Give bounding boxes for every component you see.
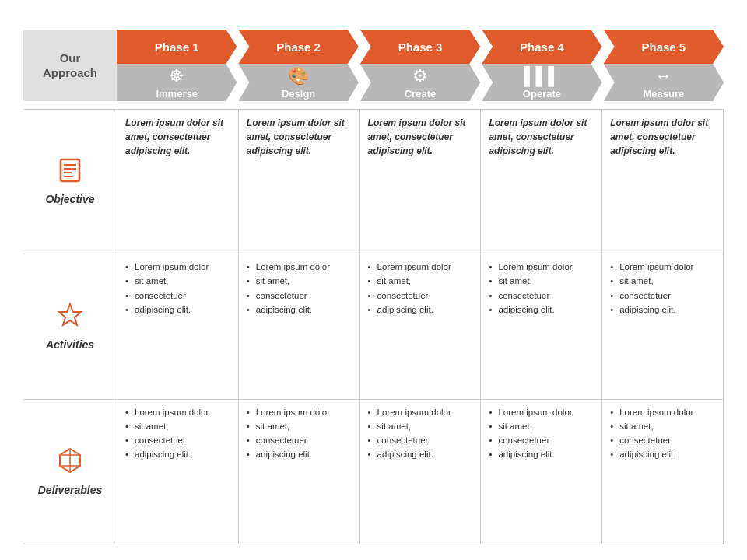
list-item: consectetuer — [125, 434, 230, 446]
phase-sublabel-1: Immerse — [156, 88, 197, 100]
phase-top-5: Phase 5 — [604, 30, 724, 64]
phase-arrow-1: Phase 1☸Immerse — [117, 30, 237, 101]
list-item: adipiscing elit. — [247, 448, 352, 460]
phase-top-1: Phase 1 — [117, 30, 237, 64]
phase-label-4: Phase 4 — [520, 40, 564, 54]
phase-sublabel-3: Create — [405, 88, 436, 100]
phase-top-4: Phase 4 — [482, 30, 601, 64]
data-row-activities: Lorem ipsum dolorsit amet,consectetuerad… — [117, 254, 724, 398]
bullet-list-deliverables-2: Lorem ipsum dolorsit amet,consectetuerad… — [247, 406, 352, 460]
list-item: Lorem ipsum dolor — [125, 261, 230, 273]
list-item: consectetuer — [610, 434, 715, 446]
cell-deliverables-4: Lorem ipsum dolorsit amet,consectetuerad… — [480, 400, 601, 544]
phase-icon-2: 🎨 — [288, 66, 309, 86]
row-icon-deliverables — [58, 447, 82, 479]
bullet-list-deliverables-4: Lorem ipsum dolorsit amet,consectetuerad… — [489, 406, 594, 460]
list-item: Lorem ipsum dolor — [247, 261, 352, 273]
cell-objective-5: Lorem ipsum dolor sit amet, consectetuer… — [601, 110, 724, 254]
phase-sublabel-4: Operate — [523, 88, 561, 100]
phase-label-1: Phase 1 — [155, 40, 199, 54]
list-item: adipiscing elit. — [125, 448, 230, 460]
list-item: consectetuer — [610, 289, 715, 302]
cell-activities-4: Lorem ipsum dolorsit amet,consectetuerad… — [480, 254, 601, 398]
list-item: sit amet, — [489, 420, 594, 432]
svg-rect-0 — [61, 159, 79, 181]
phases-row: Phase 1☸ImmersePhase 2🎨DesignPhase 3⚙Cre… — [117, 30, 724, 101]
list-item: adipiscing elit. — [489, 303, 594, 316]
data-cols: Lorem ipsum dolor sit amet, consectetuer… — [117, 109, 724, 544]
list-item: consectetuer — [247, 434, 352, 446]
list-item: sit amet, — [368, 420, 473, 432]
cell-activities-2: Lorem ipsum dolorsit amet,consectetuerad… — [238, 254, 359, 398]
bullet-list-activities-2: Lorem ipsum dolorsit amet,consectetuerad… — [247, 261, 352, 315]
bullet-list-deliverables-3: Lorem ipsum dolorsit amet,consectetuerad… — [368, 406, 473, 460]
phase-top-2: Phase 2 — [238, 30, 358, 64]
phase-label-2: Phase 2 — [276, 40, 321, 54]
row-label-col: Objective Activities Deliverables — [23, 109, 117, 544]
list-item: Lorem ipsum dolor — [125, 406, 230, 418]
cell-objective-3: Lorem ipsum dolor sit amet, consectetuer… — [359, 110, 481, 254]
data-row-deliverables: Lorem ipsum dolorsit amet,consectetuerad… — [117, 399, 724, 544]
phase-icon-5: ↔ — [655, 66, 672, 86]
page: OurApproach Phase 1☸ImmersePhase 2🎨Desig… — [0, 0, 747, 560]
bullet-list-activities-3: Lorem ipsum dolorsit amet,consectetuerad… — [368, 261, 473, 315]
phase-gray-5: ↔Measure — [604, 64, 724, 101]
row-icon-activities — [57, 302, 83, 334]
phase-arrow-2: Phase 2🎨Design — [238, 30, 358, 101]
cell-deliverables-5: Lorem ipsum dolorsit amet,consectetuerad… — [601, 400, 724, 544]
list-item: adipiscing elit. — [125, 303, 230, 316]
cell-objective-2: Lorem ipsum dolor sit amet, consectetuer… — [238, 110, 359, 254]
phase-gray-3: ⚙Create — [360, 64, 480, 101]
phase-gray-1: ☸Immerse — [117, 64, 237, 101]
list-item: adipiscing elit. — [368, 303, 473, 316]
phase-top-3: Phase 3 — [360, 30, 480, 64]
phase-arrow-4: Phase 4▌▌▌Operate — [482, 30, 601, 101]
list-item: Lorem ipsum dolor — [610, 406, 715, 418]
phases-wrapper: OurApproach Phase 1☸ImmersePhase 2🎨Desig… — [23, 30, 724, 101]
bullet-list-deliverables-1: Lorem ipsum dolorsit amet,consectetuerad… — [125, 406, 230, 460]
cell-activities-3: Lorem ipsum dolorsit amet,consectetuerad… — [359, 254, 481, 398]
list-item: Lorem ipsum dolor — [489, 261, 594, 273]
content-table: Objective Activities Deliverables Lorem … — [23, 109, 724, 544]
list-item: sit amet, — [247, 420, 352, 432]
phase-icon-1: ☸ — [169, 66, 184, 86]
list-item: Lorem ipsum dolor — [247, 406, 352, 418]
bullet-list-activities-1: Lorem ipsum dolorsit amet,consectetuerad… — [125, 261, 230, 315]
row-icon-objective — [58, 158, 82, 188]
list-item: sit amet, — [125, 275, 230, 287]
row-label-text-deliverables: Deliverables — [38, 484, 103, 496]
phase-gray-4: ▌▌▌Operate — [482, 64, 601, 101]
list-item: adipiscing elit. — [368, 448, 473, 460]
cell-activities-1: Lorem ipsum dolorsit amet,consectetuerad… — [117, 254, 238, 398]
list-item: adipiscing elit. — [610, 448, 715, 460]
list-item: sit amet, — [247, 275, 352, 287]
row-label-activities: Activities — [23, 254, 117, 398]
list-item: Lorem ipsum dolor — [610, 261, 715, 273]
phase-arrow-3: Phase 3⚙Create — [360, 30, 480, 101]
phase-icon-3: ⚙ — [412, 66, 428, 86]
list-item: Lorem ipsum dolor — [368, 406, 473, 418]
list-item: consectetuer — [368, 289, 473, 302]
data-row-objective: Lorem ipsum dolor sit amet, consectetuer… — [117, 109, 724, 254]
list-item: sit amet, — [489, 275, 594, 287]
cell-activities-5: Lorem ipsum dolorsit amet,consectetuerad… — [601, 254, 724, 398]
cell-deliverables-1: Lorem ipsum dolorsit amet,consectetuerad… — [117, 400, 238, 544]
list-item: adipiscing elit. — [247, 303, 352, 316]
row-label-objective: Objective — [23, 109, 117, 254]
bullet-list-activities-4: Lorem ipsum dolorsit amet,consectetuerad… — [489, 261, 594, 315]
bullet-list-deliverables-5: Lorem ipsum dolorsit amet,consectetuerad… — [610, 406, 715, 460]
list-item: consectetuer — [125, 289, 230, 302]
approach-label: OurApproach — [23, 30, 117, 101]
phase-sublabel-2: Design — [282, 88, 315, 100]
phase-label-5: Phase 5 — [641, 40, 686, 54]
phase-icon-4: ▌▌▌ — [524, 66, 560, 86]
phase-arrow-5: Phase 5↔Measure — [604, 30, 724, 101]
row-label-deliverables: Deliverables — [23, 399, 117, 544]
list-item: Lorem ipsum dolor — [368, 261, 473, 273]
list-item: sit amet, — [610, 275, 715, 287]
list-item: adipiscing elit. — [489, 448, 594, 460]
list-item: consectetuer — [489, 289, 594, 302]
cell-deliverables-3: Lorem ipsum dolorsit amet,consectetuerad… — [359, 400, 481, 544]
bullet-list-activities-5: Lorem ipsum dolorsit amet,consectetuerad… — [610, 261, 715, 315]
cell-deliverables-2: Lorem ipsum dolorsit amet,consectetuerad… — [238, 400, 359, 544]
